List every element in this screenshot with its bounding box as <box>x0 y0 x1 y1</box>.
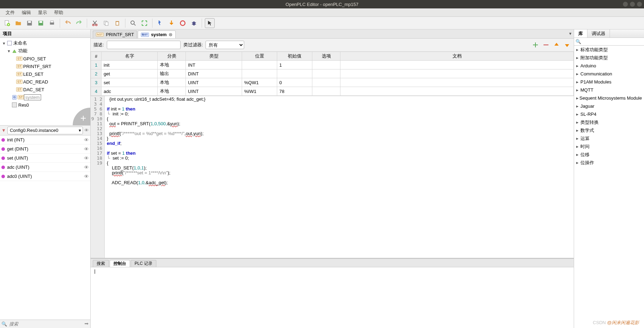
lib-mqtt[interactable]: MQTT <box>580 87 593 93</box>
lib-comm[interactable]: Communication <box>580 71 612 76</box>
search-small-icon[interactable]: 🔍 <box>1 321 7 327</box>
dbg-get[interactable]: get (DINT) <box>7 146 84 152</box>
menu-edit[interactable]: 编辑 <box>18 9 34 16</box>
rtab-dbg[interactable]: 调试器 <box>587 29 610 38</box>
btab-plclog[interactable]: PLC 记录 <box>131 260 156 267</box>
close-button[interactable] <box>637 2 642 7</box>
search-icon[interactable] <box>128 18 138 28</box>
tree-led[interactable]: LED_SET <box>22 72 44 77</box>
filter-label: 类过滤器: <box>183 42 203 48</box>
library-tree[interactable]: ▸标准功能类型 ▸附加功能类型 ▸Arduino ▸Communication … <box>574 46 644 328</box>
svg-point-14 <box>131 21 134 24</box>
dbg-adc[interactable]: adc (UINT) <box>7 165 84 170</box>
cut-icon[interactable] <box>90 18 100 28</box>
fullscreen-icon[interactable] <box>139 18 149 28</box>
new-icon[interactable] <box>2 18 12 28</box>
eye-icon[interactable]: 👁 <box>84 174 89 179</box>
svg-rect-13 <box>116 22 119 25</box>
svg-rect-18 <box>7 41 12 45</box>
tree-func-group[interactable]: 功能 <box>18 48 27 54</box>
menu-view[interactable]: 显示 <box>34 9 51 16</box>
lib-time[interactable]: 时间 <box>580 143 590 150</box>
titlebar: OpenPLC Editor - openPLC_mp157 <box>0 0 644 8</box>
tree-root[interactable]: 未命名 <box>13 40 27 46</box>
dbg-adc0[interactable]: adc0 (UINT) <box>7 174 84 179</box>
bug-icon[interactable] <box>189 18 199 28</box>
menu-file[interactable]: 文件 <box>2 9 18 16</box>
table-row[interactable]: 1init本地INT1 <box>91 61 574 69</box>
save-icon[interactable] <box>25 18 34 28</box>
lib-jaguar[interactable]: Jaguar <box>580 103 594 109</box>
btab-console[interactable]: 控制台 <box>110 260 130 267</box>
dbg-init[interactable]: init (INT) <box>7 137 84 142</box>
eye-icon[interactable]: 👁 <box>84 155 89 161</box>
down-var-icon[interactable] <box>563 41 571 49</box>
undo-icon[interactable] <box>63 18 73 28</box>
cursor-icon[interactable] <box>205 18 215 28</box>
lib-slrp4[interactable]: SL-RP4 <box>580 112 597 117</box>
eye-icon[interactable]: 👁 <box>84 137 89 143</box>
tree-res0[interactable]: Res0 <box>18 102 29 108</box>
tree-gpio[interactable]: GPIO_SET <box>22 56 46 61</box>
variable-table[interactable]: #名字 分类类型 位置初始值 选项文档 1init本地INT12get输出DIN… <box>91 52 574 96</box>
open-icon[interactable] <box>13 18 23 28</box>
eye-icon[interactable]: 👁 <box>84 146 89 152</box>
copy-icon[interactable] <box>101 18 111 28</box>
tree-adcread[interactable]: ADC_READ <box>22 79 48 85</box>
debug-instance-select[interactable]: Config0.Res0.instance0▾ <box>7 127 83 134</box>
lib-arduino[interactable]: Arduino <box>580 63 596 68</box>
lib-math[interactable]: 数学式 <box>580 127 594 134</box>
lib-calc[interactable]: 运算 <box>580 135 590 142</box>
close-tab-icon[interactable]: ⊗ <box>169 32 173 37</box>
rtab-lib[interactable]: 库 <box>574 29 587 38</box>
table-row[interactable]: 2get输出DINT <box>91 69 574 78</box>
console-output[interactable]: | <box>91 267 574 328</box>
filter-select[interactable]: 所有 <box>206 41 244 49</box>
download-icon[interactable] <box>167 18 176 28</box>
add-fab-button[interactable] <box>73 108 90 125</box>
toolbar <box>0 17 644 29</box>
print-icon[interactable] <box>47 18 57 28</box>
debug-filter-icon[interactable]: ▼ <box>1 128 6 133</box>
eye-icon[interactable]: 👁 <box>84 165 89 170</box>
lib-shift[interactable]: 位移 <box>580 152 590 158</box>
lib-seq[interactable]: Sequent Microsystems Module <box>579 95 642 101</box>
dbg-set[interactable]: set (UINT) <box>7 155 84 161</box>
minimize-button[interactable] <box>623 2 628 7</box>
editor-tabs: fxSTPRINTF_SRT ⧉STsystem⊗ ▾ <box>91 29 574 39</box>
lib-bitop[interactable]: 位操作 <box>580 160 594 166</box>
lib-std[interactable]: 标准功能类型 <box>580 47 608 53</box>
tree-system-edit[interactable]: system <box>24 94 41 100</box>
lib-p1am[interactable]: P1AM Modules <box>580 79 611 85</box>
add-var-icon[interactable] <box>532 41 539 49</box>
code-editor[interactable]: {int out,yun; uint16_t adcSet=45; float … <box>105 96 574 258</box>
search-input[interactable] <box>9 321 82 327</box>
svg-point-16 <box>180 21 185 25</box>
tree-dacset[interactable]: DAC_SET <box>22 87 44 92</box>
table-row[interactable]: 3set本地UINT%QW10 <box>91 78 574 87</box>
desc-input[interactable] <box>107 41 181 49</box>
run-icon[interactable] <box>155 18 165 28</box>
tree-printf[interactable]: PRINTF_SRT <box>22 64 51 69</box>
paste-icon[interactable] <box>112 18 122 28</box>
del-var-icon[interactable] <box>542 41 550 49</box>
menu-help[interactable]: 帮助 <box>51 9 67 16</box>
debug-eye-icon[interactable]: 👁 <box>84 128 89 133</box>
tab-system[interactable]: ⧉STsystem⊗ <box>138 31 176 38</box>
search-go-icon[interactable]: ⮕ <box>84 321 89 327</box>
project-tree[interactable]: ▾未命名 ▾功能 STGPIO_SET STPRINTF_SRT STLED_S… <box>0 38 90 126</box>
tab-printf[interactable]: fxSTPRINTF_SRT <box>93 31 137 38</box>
saveas-icon[interactable] <box>36 18 46 28</box>
table-row[interactable]: 4adc本地UINT%IW178 <box>91 87 574 96</box>
svg-rect-3 <box>28 21 31 23</box>
up-var-icon[interactable] <box>553 41 560 49</box>
lib-typeconv[interactable]: 类型转换 <box>580 119 599 126</box>
btab-search[interactable]: 搜索 <box>93 260 109 267</box>
maximize-button[interactable] <box>630 2 635 7</box>
lib-search-input[interactable] <box>581 39 643 44</box>
svg-rect-7 <box>51 21 53 22</box>
tabs-more-icon[interactable]: ▾ <box>569 31 572 36</box>
lib-add[interactable]: 附加功能类型 <box>580 55 608 61</box>
stop-icon[interactable] <box>178 18 188 28</box>
redo-icon[interactable] <box>74 18 84 28</box>
